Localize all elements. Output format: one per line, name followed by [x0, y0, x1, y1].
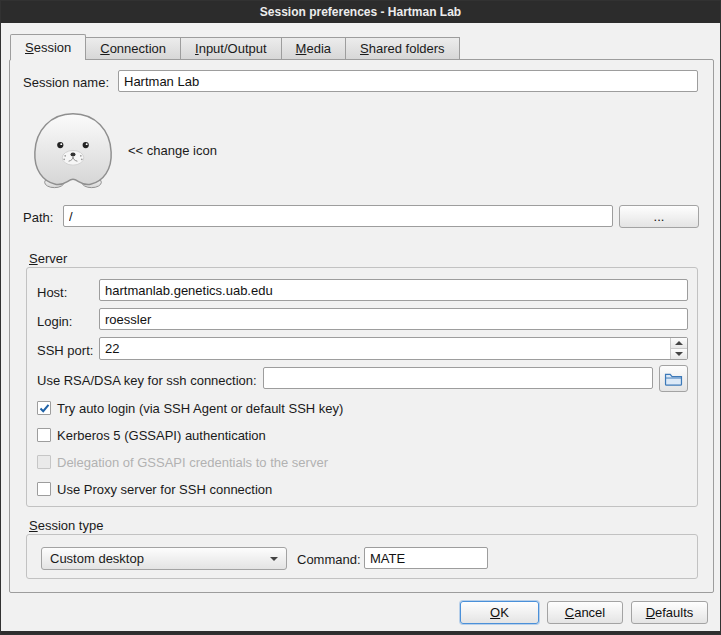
- ok-button[interactable]: OK: [460, 601, 539, 624]
- window-title: Session preferences - Hartman Lab: [260, 5, 461, 19]
- folder-icon: [664, 371, 683, 386]
- spin-down-icon: [675, 352, 683, 356]
- session-name-input[interactable]: [118, 70, 698, 92]
- tab-media-label: Media: [296, 41, 331, 56]
- checkbox-label: Delegation of GSSAPI credentials to the …: [57, 455, 328, 470]
- ssh-port-input[interactable]: [99, 337, 688, 360]
- tab-bar: Session Connection Input/Output Media Sh…: [10, 34, 460, 60]
- tab-shared-folders[interactable]: Shared folders: [345, 37, 460, 59]
- checkbox-box: [37, 401, 51, 415]
- rsa-key-input[interactable]: [263, 367, 653, 389]
- command-label: Command:: [297, 552, 361, 567]
- checkbox-label: Use Proxy server for SSH connection: [57, 482, 272, 497]
- window-bottom-border: [1, 631, 720, 634]
- tab-media[interactable]: Media: [281, 37, 346, 59]
- session-type-dropdown[interactable]: Custom desktop: [41, 547, 287, 570]
- path-browse-button[interactable]: ...: [619, 205, 699, 228]
- chevron-down-icon: [270, 557, 278, 561]
- checkbox-label: Try auto login (via SSH Agent or default…: [57, 401, 343, 416]
- path-label: Path:: [23, 210, 53, 225]
- server-group-label: Server: [29, 251, 67, 266]
- rsa-key-browse-button[interactable]: [659, 365, 688, 392]
- tab-session[interactable]: Session: [10, 34, 86, 60]
- rsa-key-label: Use RSA/DSA key for ssh connection:: [37, 373, 257, 388]
- host-label: Host:: [37, 285, 67, 300]
- auto-login-checkbox[interactable]: Try auto login (via SSH Agent or default…: [37, 400, 343, 416]
- defaults-button-label: Defaults: [646, 605, 694, 620]
- session-icon-button[interactable]: [29, 110, 117, 190]
- tab-input-output-label: Input/Output: [195, 41, 267, 56]
- session-type-dropdown-value: Custom desktop: [50, 551, 262, 566]
- kerberos-checkbox[interactable]: Kerberos 5 (GSSAPI) authentication: [37, 427, 266, 443]
- checkbox-box: [37, 455, 51, 469]
- change-icon-label: << change icon: [128, 143, 217, 158]
- spin-up-icon: [675, 341, 683, 345]
- host-input[interactable]: [99, 279, 688, 301]
- checkbox-box: [37, 428, 51, 442]
- login-label: Login:: [37, 314, 72, 329]
- titlebar[interactable]: Session preferences - Hartman Lab: [1, 1, 720, 23]
- check-icon: [39, 403, 50, 414]
- ssh-port-label: SSH port:: [37, 343, 93, 358]
- command-input[interactable]: [364, 547, 488, 569]
- tab-shared-folders-label: Shared folders: [360, 41, 445, 56]
- checkbox-label: Kerberos 5 (GSSAPI) authentication: [57, 428, 266, 443]
- ssh-port-spinbox: [99, 337, 688, 360]
- checkbox-box: [37, 482, 51, 496]
- cancel-button-label: Cancel: [565, 605, 605, 620]
- proxy-checkbox[interactable]: Use Proxy server for SSH connection: [37, 481, 272, 497]
- cancel-button[interactable]: Cancel: [547, 601, 623, 624]
- session-preferences-window: Session preferences - Hartman Lab Sessio…: [0, 0, 721, 635]
- tab-session-label: Session: [25, 40, 71, 55]
- path-browse-label: ...: [654, 209, 665, 224]
- tab-input-output[interactable]: Input/Output: [180, 37, 282, 59]
- login-input[interactable]: [99, 308, 688, 330]
- spin-up-button[interactable]: [671, 338, 687, 349]
- tab-connection[interactable]: Connection: [85, 37, 181, 59]
- session-type-group-label: Session type: [29, 518, 103, 533]
- spin-buttons: [670, 338, 687, 359]
- spin-down-button[interactable]: [671, 349, 687, 359]
- gssapi-delegation-checkbox: Delegation of GSSAPI credentials to the …: [37, 454, 328, 470]
- ok-button-label: OK: [490, 605, 509, 620]
- seal-icon: [29, 110, 117, 190]
- path-input[interactable]: [63, 205, 613, 227]
- tab-connection-label: Connection: [100, 41, 166, 56]
- defaults-button[interactable]: Defaults: [631, 601, 708, 624]
- session-name-label: Session name:: [23, 75, 109, 90]
